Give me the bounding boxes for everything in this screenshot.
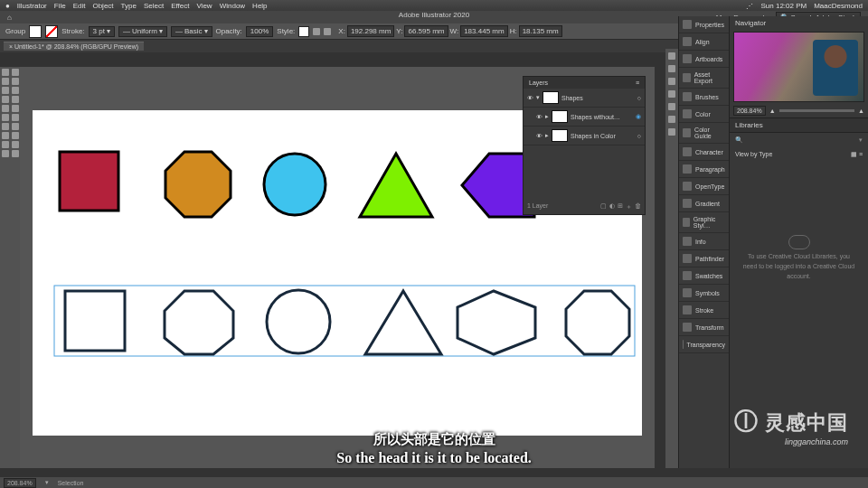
shape-octagon-orange[interactable] [165,152,231,217]
trash-icon[interactable]: 🗑 [635,202,641,211]
locate-icon[interactable]: ▢ [600,202,607,211]
artboard-tool-icon[interactable] [12,132,19,139]
layers-menu-icon[interactable]: ≡ [636,80,639,86]
apple-icon[interactable]: ● [5,2,10,10]
shape-square-red[interactable] [60,152,118,211]
clock[interactable]: Sun 12:02 PM [760,2,807,10]
y-field[interactable]: 66.595 mm [404,25,448,37]
fill-swatch[interactable] [29,25,42,38]
home-icon[interactable]: ⌂ [7,14,12,22]
shape-circle-outline[interactable] [267,290,330,353]
menu-type[interactable]: Type [121,2,137,10]
libraries-view[interactable]: View by Type [735,151,772,158]
zoom-slider[interactable] [779,109,854,112]
panel-item-asset-export[interactable]: Asset Export [679,68,729,89]
hand-tool-icon[interactable] [12,150,19,157]
grid-view-icon[interactable]: ▦ [851,151,857,157]
shape-octagon-outline-2[interactable] [566,291,629,354]
shape-square-outline[interactable] [65,291,125,351]
mask-icon[interactable]: ◐ [609,202,615,211]
panel-icon[interactable] [668,65,675,72]
shape-triangle-green[interactable] [360,154,432,217]
type-tool-icon[interactable] [2,96,9,103]
menu-view[interactable]: View [196,2,212,10]
h-field[interactable]: 18.135 mm [519,25,562,37]
panel-item-graphic-styles[interactable]: Graphic Styl… [679,212,729,233]
shape-triangle-outline[interactable] [365,291,441,354]
new-layer-icon[interactable]: ＋ [626,202,632,211]
selection-tool-icon[interactable] [2,69,9,76]
panel-icon[interactable] [668,128,675,136]
layers-panel[interactable]: Layers≡ 👁▾Shapes○ 👁▸Shapes without…◉ 👁▸S… [523,76,646,215]
w-field[interactable]: 183.445 mm [460,25,507,37]
brush-tool-icon[interactable] [2,123,9,130]
panel-icon[interactable] [668,78,675,85]
status-zoom[interactable]: 208.84% [4,478,36,488]
panel-item-symbols[interactable]: Symbols [679,285,729,302]
wifi-icon[interactable]: ⋰ [746,2,753,10]
panel-item-opentype[interactable]: OpenType [679,178,729,195]
sublayer-icon[interactable]: ⊞ [618,202,623,211]
panel-item-stroke[interactable]: Stroke [679,302,729,319]
stroke-weight[interactable]: 3 pt ▾ [89,26,115,37]
menu-select[interactable]: Select [144,2,164,10]
opacity-field[interactable]: 100% [246,26,273,37]
menu-window[interactable]: Window [220,2,245,10]
panel-item-pathfinder[interactable]: Pathfinder [679,250,729,267]
mac-user[interactable]: MaacDesmond [814,2,863,10]
wand-tool-icon[interactable] [12,69,19,76]
line-tool-icon[interactable] [2,105,9,112]
layer-row[interactable]: 👁▸Shapes in Color○ [524,127,645,145]
libraries-search[interactable]: 🔍 [735,136,743,144]
panel-item-transform[interactable]: Transform [679,319,729,336]
zoom-out-icon[interactable]: ▲ [769,108,776,114]
app-name[interactable]: Illustrator [17,2,47,10]
panel-icon[interactable] [668,103,675,110]
rotate-tool-icon[interactable] [2,132,9,139]
panel-item-info[interactable]: Info [679,233,729,250]
layer-row[interactable]: 👁▸Shapes without…◉ [524,108,645,127]
slice-tool-icon[interactable] [12,141,19,148]
panel-item-paragraph[interactable]: Paragraph [679,161,729,178]
panel-item-character[interactable]: Character [679,144,729,161]
shaper-tool-icon[interactable] [12,96,19,103]
zoom-in-icon[interactable]: ▲ [858,108,864,114]
x-field[interactable]: 192.298 mm [347,25,394,37]
panel-item-transparency[interactable]: Transparency [679,336,729,353]
panel-icon[interactable] [668,90,675,98]
blend-tool-icon[interactable] [12,123,19,130]
style-swatch[interactable] [298,26,309,37]
eyedrop-tool-icon[interactable] [12,105,19,112]
menu-object[interactable]: Object [92,2,113,10]
panel-item-color-guide[interactable]: Color Guide [679,123,729,144]
eye-icon[interactable]: 👁 [536,133,542,139]
nav-zoom[interactable]: 208.84% [733,106,766,116]
eye-icon[interactable]: 👁 [527,95,533,101]
panel-item-color[interactable]: Color [679,106,729,123]
panel-item-brushes[interactable]: Brushes [679,89,729,106]
brush-def[interactable]: — Basic ▾ [171,26,212,37]
rect-tool-icon[interactable] [2,114,9,121]
scale-tool-icon[interactable] [2,141,9,148]
shape-circle-cyan[interactable] [264,154,326,215]
panel-item-align[interactable]: Align [679,33,729,51]
stroke-swatch[interactable] [45,25,58,38]
menu-help[interactable]: Help [252,2,267,10]
gradient-tool-icon[interactable] [12,114,19,121]
menu-file[interactable]: File [54,2,66,10]
lasso-tool-icon[interactable] [12,78,19,85]
panel-item-swatches[interactable]: Swatches [679,267,729,285]
panel-icon[interactable] [668,116,675,123]
stroke-profile[interactable]: — Uniform ▾ [118,26,167,37]
curv-tool-icon[interactable] [12,87,19,94]
pen-tool-icon[interactable] [2,87,9,94]
align-icon[interactable] [313,28,320,35]
shape-hexagon-outline[interactable] [458,291,535,354]
direct-select-icon[interactable] [2,78,9,85]
layer-row[interactable]: 👁▾Shapes○ [524,89,645,108]
shape-octagon-outline[interactable] [165,291,233,354]
panel-item-gradient[interactable]: Gradient [679,195,729,212]
menu-edit[interactable]: Edit [73,2,86,10]
doc-tab[interactable]: × Untitled-1* @ 208.84% (RGB/GPU Preview… [4,42,144,51]
eye-icon[interactable]: 👁 [536,114,542,120]
